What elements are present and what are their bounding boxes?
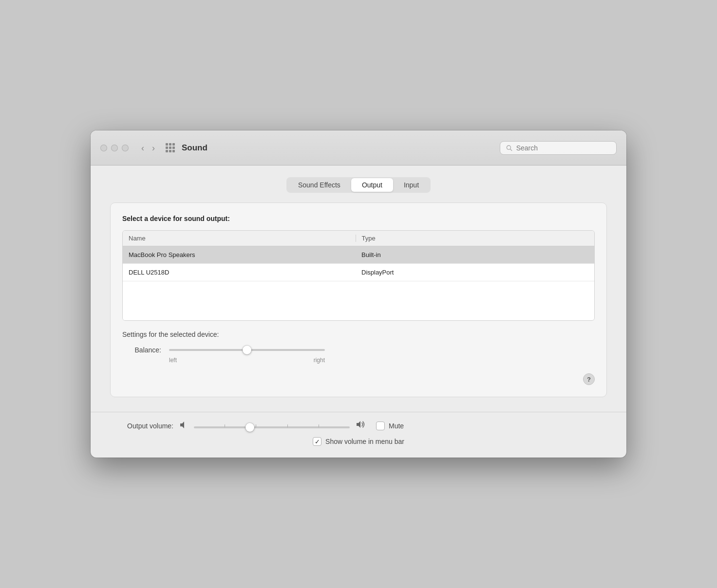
minimize-button[interactable] bbox=[111, 145, 118, 151]
search-input[interactable] bbox=[516, 144, 610, 152]
device-type-2: DisplayPort bbox=[356, 269, 588, 276]
tab-output[interactable]: Output bbox=[351, 178, 393, 192]
balance-row: Balance: bbox=[122, 346, 595, 354]
col-header-type: Type bbox=[356, 235, 589, 242]
search-icon bbox=[506, 145, 512, 151]
balance-slider[interactable] bbox=[169, 349, 325, 351]
show-volume-label: Show volume in menu bar bbox=[325, 438, 404, 445]
table-row[interactable]: MacBook Pro Speakers Built-in bbox=[123, 246, 594, 264]
mute-area: Mute bbox=[376, 422, 404, 430]
forward-button[interactable]: › bbox=[149, 142, 158, 154]
content-area: Sound Effects Output Input Select a devi… bbox=[91, 165, 626, 412]
tabs-container: Sound Effects Output Input bbox=[110, 177, 607, 193]
volume-slider[interactable] bbox=[194, 426, 350, 428]
volume-quiet-icon bbox=[179, 421, 188, 431]
maximize-button[interactable] bbox=[122, 145, 129, 151]
balance-left-label: left bbox=[169, 357, 177, 364]
balance-right-label: right bbox=[314, 357, 325, 364]
mute-checkbox[interactable] bbox=[376, 422, 385, 430]
tab-sound-effects[interactable]: Sound Effects bbox=[287, 178, 351, 192]
show-volume-checkbox[interactable]: ✓ bbox=[313, 437, 321, 446]
bottom-bar: Output volume: bbox=[91, 412, 626, 458]
traffic-lights bbox=[100, 145, 129, 151]
table-row[interactable]: DELL U2518D DisplayPort bbox=[123, 264, 594, 281]
balance-markers: left right bbox=[169, 357, 325, 364]
table-header: Name Type bbox=[123, 231, 594, 246]
nav-buttons: ‹ › bbox=[138, 142, 158, 154]
help-section: ? bbox=[122, 373, 595, 385]
device-table: Name Type MacBook Pro Speakers Built-in … bbox=[122, 230, 595, 321]
back-button[interactable]: ‹ bbox=[138, 142, 147, 154]
volume-label: Output volume: bbox=[110, 422, 173, 430]
show-volume-row: ✓ Show volume in menu bar bbox=[110, 437, 607, 446]
volume-loud-icon bbox=[356, 420, 366, 431]
svg-marker-2 bbox=[180, 422, 184, 428]
svg-marker-3 bbox=[357, 421, 360, 428]
main-window: ‹ › Sound Sound Effects Output Inp bbox=[91, 130, 626, 458]
balance-label: Balance: bbox=[122, 346, 161, 354]
svg-line-1 bbox=[510, 149, 512, 150]
device-type-1: Built-in bbox=[356, 251, 588, 258]
device-name-2: DELL U2518D bbox=[129, 269, 356, 276]
section-title: Select a device for sound output: bbox=[122, 215, 595, 222]
help-button[interactable]: ? bbox=[583, 373, 595, 385]
window-title: Sound bbox=[182, 143, 208, 153]
tab-input[interactable]: Input bbox=[393, 178, 430, 192]
settings-label: Settings for the selected device: bbox=[122, 331, 595, 338]
device-name-1: MacBook Pro Speakers bbox=[129, 251, 356, 258]
tabs: Sound Effects Output Input bbox=[286, 177, 431, 193]
col-header-name: Name bbox=[129, 235, 356, 242]
search-box[interactable] bbox=[500, 141, 617, 155]
close-button[interactable] bbox=[100, 145, 107, 151]
table-empty-area bbox=[123, 281, 594, 320]
grid-icon[interactable] bbox=[166, 143, 175, 152]
output-panel: Select a device for sound output: Name T… bbox=[110, 202, 607, 397]
volume-row: Output volume: bbox=[110, 420, 607, 431]
titlebar: ‹ › Sound bbox=[91, 130, 626, 165]
mute-label: Mute bbox=[389, 422, 404, 430]
